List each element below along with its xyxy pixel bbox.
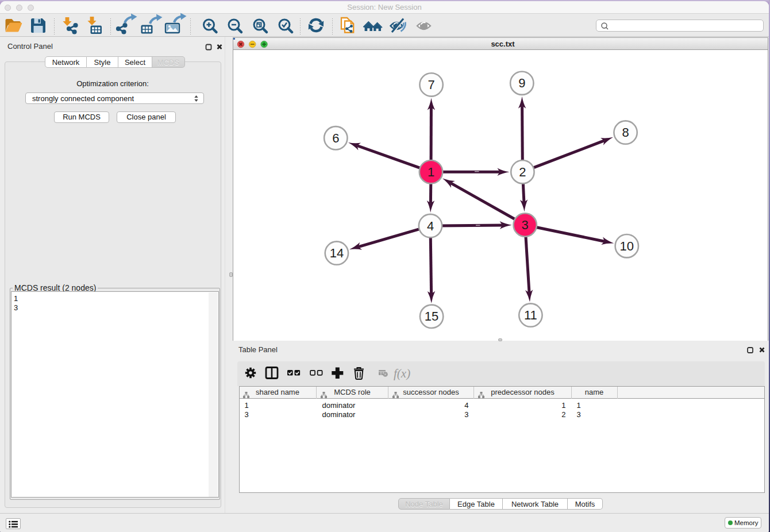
svg-text:9: 9 [518, 76, 525, 90]
svg-text:1: 1 [428, 165, 434, 179]
svg-text:4: 4 [427, 219, 434, 233]
svg-text:2: 2 [519, 165, 526, 179]
svg-text:7: 7 [428, 78, 434, 92]
svg-text:11: 11 [524, 308, 537, 322]
svg-text:6: 6 [332, 131, 339, 145]
svg-text:10: 10 [620, 239, 634, 253]
svg-text:f(x): f(x) [394, 367, 410, 380]
svg-text:14: 14 [330, 246, 344, 260]
svg-text:3: 3 [522, 218, 529, 232]
svg-text:8: 8 [622, 125, 629, 140]
svg-text:15: 15 [425, 309, 438, 323]
